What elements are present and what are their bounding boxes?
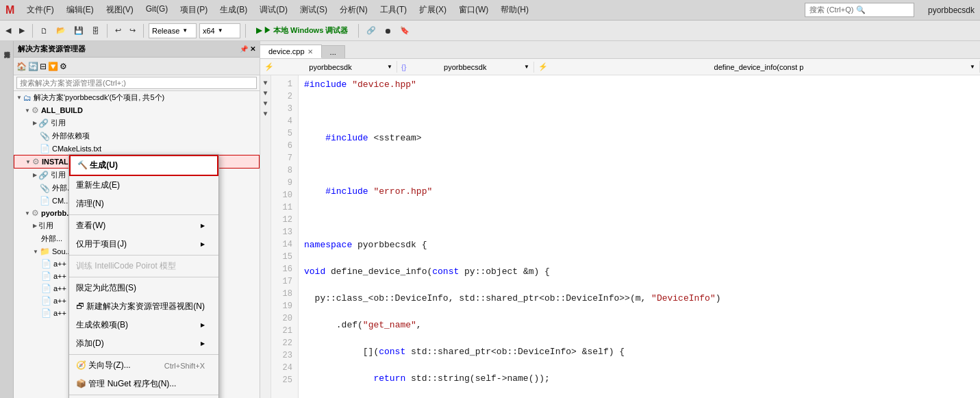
- ctx-clean[interactable]: 清理(N): [69, 195, 218, 213]
- platform-dropdown[interactable]: x64 ▼: [199, 23, 240, 38]
- config-dropdown[interactable]: Release ▼: [149, 23, 197, 38]
- inst-cm-icon: 📄: [40, 196, 50, 206]
- tree-arrow: ▶: [33, 223, 37, 229]
- menu-build[interactable]: 生成(B): [214, 3, 253, 17]
- bookmark-btn[interactable]: 🔖: [397, 25, 412, 36]
- menu-help[interactable]: 帮助(H): [495, 3, 534, 17]
- nav-project-dropdown[interactable]: ⚡ pyorbbecsdk ▼: [260, 61, 397, 73]
- new-btn[interactable]: 🗋: [38, 25, 51, 36]
- sync-icon[interactable]: 🔄: [28, 62, 38, 71]
- close-icon[interactable]: ✕: [250, 45, 255, 53]
- menu-analyze[interactable]: 分析(N): [334, 3, 373, 17]
- sidebar-toolbar: 🏠 🔄 ⊟ 🔽 ⚙: [14, 58, 260, 75]
- tab-more[interactable]: ...: [322, 45, 345, 58]
- menu-tools[interactable]: 工具(T): [375, 3, 412, 17]
- fold-8[interactable]: ▼: [260, 99, 271, 109]
- main-area: 解决方案资源管理器 解决方案资源管理器 📌 ✕ 🏠 🔄 ⊟ 🔽 ⚙ ▼ 🗂 解: [0, 41, 980, 398]
- menu-debug[interactable]: 调试(D): [254, 3, 293, 17]
- open-btn[interactable]: 📂: [53, 25, 68, 36]
- redo-btn[interactable]: ↪: [127, 25, 138, 36]
- tab-device-cpp-close[interactable]: ✕: [307, 48, 313, 55]
- menu-git[interactable]: Git(G): [140, 3, 174, 17]
- run-btn[interactable]: ▶ ▶ 本地 Windows 调试器: [251, 24, 353, 37]
- sidebar-search-input[interactable]: [16, 77, 257, 89]
- ctx-wizard[interactable]: 🧭 关向导(Z)... Ctrl+Shift+X: [69, 356, 218, 375]
- run-icon: ▶: [256, 26, 262, 35]
- code-line-9: py::class_<ob::DeviceInfo, std::shared_p…: [304, 292, 975, 306]
- tree-solution[interactable]: ▼ 🗂 解决方案'pyorbbecsdk'(5个项目, 共5个): [14, 91, 260, 104]
- code-line-7: namespace pyorbbecsdk {: [304, 238, 975, 252]
- left-sidebar-tabs: 解决方案资源管理器: [0, 41, 14, 398]
- tree-external-deps[interactable]: 📎 外部依赖项: [14, 129, 260, 142]
- nav-project-arrow: ▼: [387, 64, 392, 70]
- tab-device-cpp[interactable]: device.cpp ✕: [260, 45, 322, 58]
- ctx-wizard-shortcut: Ctrl+Shift+X: [164, 362, 205, 370]
- menu-window[interactable]: 窗口(W): [453, 3, 494, 17]
- ctx-intellicode-label: 训练 IntelliCode Poirot 模型: [76, 260, 176, 272]
- menu-edit[interactable]: 编辑(E): [61, 3, 99, 17]
- window-title: pyorbbecsdk: [928, 5, 975, 15]
- nav-class-dropdown[interactable]: {} pyorbbecsdk ▼: [397, 62, 534, 73]
- tree-arrow: ▼: [25, 108, 30, 114]
- ctx-add[interactable]: 添加(D) ▶: [69, 334, 218, 353]
- back-btn[interactable]: ◀: [3, 25, 14, 36]
- filter-icon[interactable]: 🔽: [48, 62, 58, 71]
- ctx-new-view[interactable]: 🗗 新建解决方案资源管理器视图(N): [69, 297, 218, 316]
- menu-view[interactable]: 视图(V): [101, 3, 139, 17]
- tree-references[interactable]: ▶ 🔗 引用: [14, 116, 260, 129]
- code-content[interactable]: #include "device.hpp" #include <sstream>…: [299, 75, 980, 398]
- file4-label: a++: [53, 297, 66, 305]
- ctx-project-only[interactable]: 仅用于项目(J) ▶: [69, 235, 218, 253]
- ctx-sep5: [69, 395, 218, 395]
- save-all-btn[interactable]: 🗄: [89, 25, 102, 36]
- ctx-build-deps[interactable]: 生成依赖项(B) ▶: [69, 316, 218, 334]
- nav-class-label: pyorbbecsdk: [444, 63, 486, 71]
- allbuild-icon: ⚙: [32, 105, 39, 115]
- settings-icon[interactable]: ⚙: [60, 62, 67, 71]
- search-box[interactable]: 搜索 (Ctrl+Q) 🔍: [805, 3, 914, 17]
- config-label: Release: [152, 27, 179, 35]
- home-icon[interactable]: 🏠: [16, 62, 27, 71]
- attach-btn[interactable]: 🔗: [364, 25, 379, 36]
- fold-7[interactable]: ▼: [260, 88, 271, 99]
- code-line-6: [304, 212, 975, 225]
- ctx-view-arrow: ▶: [201, 223, 205, 229]
- editor-nav: ⚡ pyorbbecsdk ▼ {} pyorbbecsdk ▼ ⚡ defin…: [260, 59, 980, 75]
- ref-label: 引用: [51, 118, 66, 128]
- ctx-proj-arrow: ▶: [201, 241, 205, 247]
- ctx-rebuild-label: 重新生成(E): [76, 179, 120, 191]
- nav-member-dropdown[interactable]: ⚡ define_device_info(const p ▼: [534, 61, 980, 73]
- ctx-build-deps-label: 生成依赖项(B): [76, 319, 128, 331]
- ctx-view[interactable]: 查看(W) ▶: [69, 216, 218, 235]
- fold-1[interactable]: ▼: [260, 78, 271, 88]
- ctx-sep2: [69, 255, 218, 256]
- forward-btn[interactable]: ▶: [16, 25, 27, 36]
- fold-19[interactable]: ▼: [260, 109, 271, 119]
- tree-allbuild[interactable]: ▼ ⚙ ALL_BUILD: [14, 104, 260, 116]
- ctx-scope[interactable]: 限定为此范围(S): [69, 279, 218, 297]
- menu-extensions[interactable]: 扩展(X): [414, 3, 452, 17]
- ctx-project-only-label: 仅用于项目(J): [76, 238, 127, 250]
- ctx-rebuild[interactable]: 重新生成(E): [69, 176, 218, 195]
- menu-test[interactable]: 测试(S): [294, 3, 333, 17]
- undo-btn[interactable]: ↩: [112, 25, 124, 36]
- file1-label: a++: [53, 260, 66, 268]
- menu-file[interactable]: 文件(F): [21, 3, 59, 17]
- breakpoint-btn[interactable]: ⏺: [381, 25, 394, 36]
- sep1: [32, 24, 33, 38]
- pin-icon[interactable]: 📌: [240, 45, 248, 53]
- solution-explorer-tab[interactable]: 解决方案资源管理器: [0, 41, 13, 52]
- ext-label: 外部依赖项: [52, 131, 90, 141]
- menu-project[interactable]: 项目(P): [175, 3, 213, 17]
- nav-project-icon: ⚡: [264, 62, 274, 71]
- ctx-nuget[interactable]: 📦 管理 NuGet 程序包(N)...: [69, 375, 218, 393]
- pyorbb-ext-label: 外部...: [41, 234, 62, 244]
- collapse-icon[interactable]: ⊟: [40, 62, 47, 71]
- tree-cmakelists[interactable]: 📄 CMakeLists.txt: [14, 142, 260, 155]
- ctx-build[interactable]: 🔨 生成(U): [69, 155, 218, 176]
- save-btn[interactable]: 💾: [71, 25, 86, 36]
- nav-member-arrow: ▼: [970, 64, 975, 70]
- tree-arrow: ▼: [16, 95, 22, 101]
- sep2: [107, 24, 108, 38]
- file5-icon: 📄: [41, 308, 51, 318]
